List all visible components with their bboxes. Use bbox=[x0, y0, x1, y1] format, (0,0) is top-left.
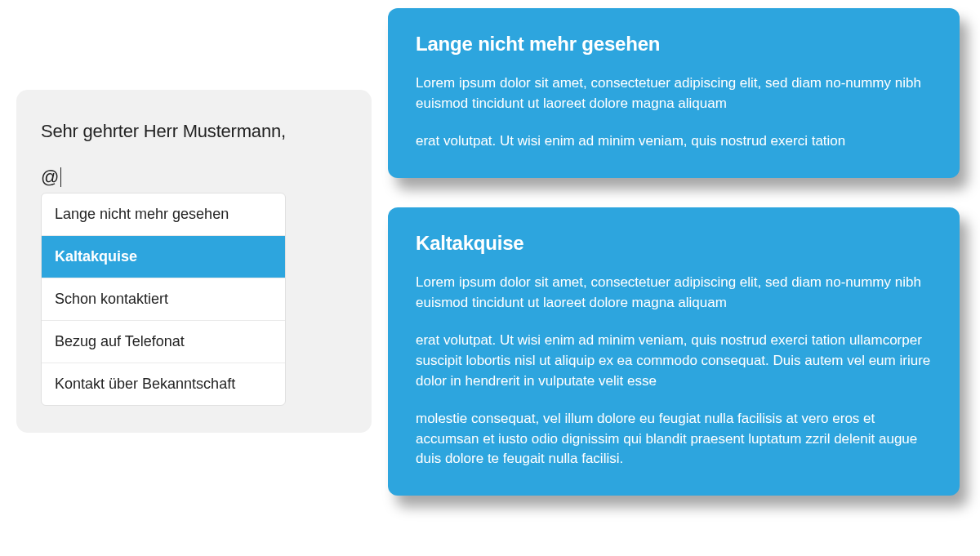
mention-trigger: @ bbox=[41, 167, 59, 188]
card-paragraph: molestie consequat, vel illum dolore eu … bbox=[416, 409, 932, 469]
card-paragraph: erat volutpat. Ut wisi enim ad minim ven… bbox=[416, 331, 932, 391]
card-paragraph: Lorem ipsum dolor sit amet, consectetuer… bbox=[416, 73, 932, 113]
preview-card-kaltakquise: Kaltakquise Lorem ipsum dolor sit amet, … bbox=[388, 207, 960, 496]
card-title: Kaltakquise bbox=[416, 232, 932, 255]
dropdown-item-kaltakquise[interactable]: Kaltakquise bbox=[42, 236, 285, 278]
preview-card-lange-nicht-mehr-gesehen: Lange nicht mehr gesehen Lorem ipsum dol… bbox=[388, 8, 960, 178]
card-title: Lange nicht mehr gesehen bbox=[416, 33, 932, 56]
dropdown-item-schon-kontaktiert[interactable]: Schon kontaktiert bbox=[42, 278, 285, 321]
template-dropdown: Lange nicht mehr gesehen Kaltakquise Sch… bbox=[41, 193, 286, 406]
dropdown-item-lange-nicht-mehr-gesehen[interactable]: Lange nicht mehr gesehen bbox=[42, 193, 285, 236]
editor-panel: Sehr gehrter Herr Mustermann, @ Lange ni… bbox=[16, 90, 372, 433]
card-body: Lorem ipsum dolor sit amet, consectetuer… bbox=[416, 273, 932, 469]
dropdown-item-kontakt-ueber-bekanntschaft[interactable]: Kontakt über Bekanntschaft bbox=[42, 363, 285, 405]
mention-input[interactable]: @ bbox=[41, 167, 347, 188]
text-cursor bbox=[60, 167, 61, 187]
dropdown-item-bezug-auf-telefonat[interactable]: Bezug auf Telefonat bbox=[42, 321, 285, 363]
card-paragraph: Lorem ipsum dolor sit amet, consectetuer… bbox=[416, 273, 932, 313]
salutation-text: Sehr gehrter Herr Mustermann, bbox=[41, 121, 347, 142]
card-paragraph: erat volutpat. Ut wisi enim ad minim ven… bbox=[416, 131, 932, 152]
card-body: Lorem ipsum dolor sit amet, consectetuer… bbox=[416, 73, 932, 152]
